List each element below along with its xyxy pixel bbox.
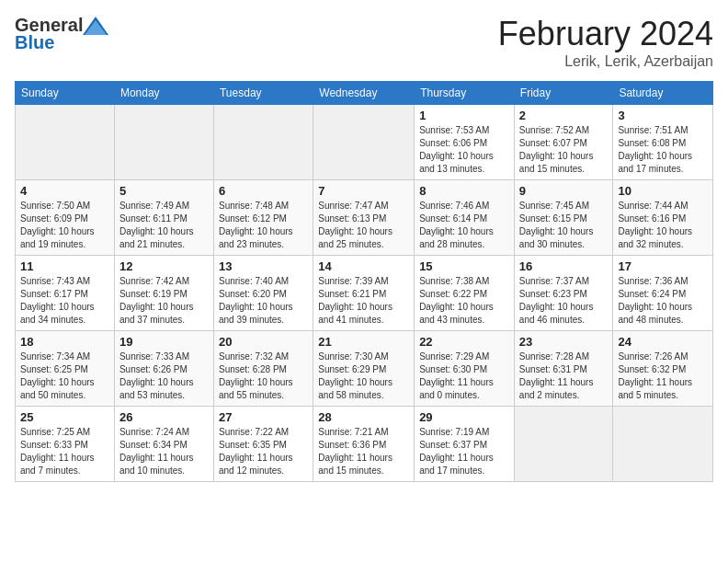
week-row: 11Sunrise: 7:43 AMSunset: 6:17 PMDayligh… [16,256,713,331]
calendar-cell: 17Sunrise: 7:36 AMSunset: 6:24 PMDayligh… [613,256,713,331]
calendar-cell: 4Sunrise: 7:50 AMSunset: 6:09 PMDaylight… [16,180,115,256]
calendar-cell: 12Sunrise: 7:42 AMSunset: 6:19 PMDayligh… [114,256,213,331]
logo: General Blue [15,15,108,53]
calendar-cell: 6Sunrise: 7:48 AMSunset: 6:12 PMDaylight… [213,180,313,256]
day-info: Sunrise: 7:22 AMSunset: 6:35 PMDaylight:… [219,426,308,477]
logo-icon [83,17,108,35]
day-number: 17 [618,259,708,273]
day-info: Sunrise: 7:34 AMSunset: 6:25 PMDaylight:… [20,350,109,402]
weekday-header: Saturday [613,82,713,105]
day-number: 28 [318,410,409,424]
day-info: Sunrise: 7:43 AMSunset: 6:17 PMDaylight:… [20,275,109,327]
day-number: 3 [618,109,708,122]
week-row: 18Sunrise: 7:34 AMSunset: 6:25 PMDayligh… [16,331,713,407]
week-row: 4Sunrise: 7:50 AMSunset: 6:09 PMDaylight… [16,180,713,256]
weekday-header: Monday [114,82,213,105]
day-info: Sunrise: 7:32 AMSunset: 6:28 PMDaylight:… [219,350,308,402]
day-info: Sunrise: 7:38 AMSunset: 6:22 PMDaylight:… [419,275,509,327]
day-info: Sunrise: 7:52 AMSunset: 6:07 PMDaylight:… [519,124,609,176]
day-number: 14 [318,259,409,273]
day-number: 11 [20,259,109,273]
day-number: 12 [119,259,209,273]
weekday-header: Friday [514,82,613,105]
calendar-title: February 2024 [498,15,713,53]
day-number: 8 [419,184,509,198]
title-block: February 2024 Lerik, Lerik, Azerbaijan [498,15,713,70]
day-number: 22 [419,335,509,349]
day-info: Sunrise: 7:46 AMSunset: 6:14 PMDaylight:… [419,200,509,251]
weekday-header: Thursday [415,82,515,105]
day-number: 19 [119,335,209,349]
calendar-cell: 3Sunrise: 7:51 AMSunset: 6:08 PMDaylight… [613,105,713,180]
day-number: 2 [519,109,609,122]
calendar-cell [613,407,713,482]
day-info: Sunrise: 7:19 AMSunset: 6:37 PMDaylight:… [419,426,509,477]
day-info: Sunrise: 7:39 AMSunset: 6:21 PMDaylight:… [318,275,409,327]
calendar-cell: 16Sunrise: 7:37 AMSunset: 6:23 PMDayligh… [514,256,613,331]
day-number: 10 [618,184,708,198]
day-number: 5 [119,184,209,198]
calendar-cell: 14Sunrise: 7:39 AMSunset: 6:21 PMDayligh… [313,256,415,331]
day-number: 13 [219,259,308,273]
day-number: 26 [119,410,209,424]
calendar-cell: 28Sunrise: 7:21 AMSunset: 6:36 PMDayligh… [313,407,415,482]
day-info: Sunrise: 7:28 AMSunset: 6:31 PMDaylight:… [519,350,609,402]
calendar-cell: 1Sunrise: 7:53 AMSunset: 6:06 PMDaylight… [415,105,515,180]
day-info: Sunrise: 7:50 AMSunset: 6:09 PMDaylight:… [20,200,109,251]
day-number: 18 [20,335,109,349]
calendar-cell: 8Sunrise: 7:46 AMSunset: 6:14 PMDaylight… [415,180,515,256]
day-number: 27 [219,410,308,424]
calendar-cell: 23Sunrise: 7:28 AMSunset: 6:31 PMDayligh… [514,331,613,407]
calendar-cell: 7Sunrise: 7:47 AMSunset: 6:13 PMDaylight… [313,180,415,256]
calendar-cell: 20Sunrise: 7:32 AMSunset: 6:28 PMDayligh… [213,331,313,407]
calendar-cell: 25Sunrise: 7:25 AMSunset: 6:33 PMDayligh… [16,407,115,482]
calendar-cell [213,105,313,180]
day-info: Sunrise: 7:44 AMSunset: 6:16 PMDaylight:… [618,200,708,251]
day-info: Sunrise: 7:40 AMSunset: 6:20 PMDaylight:… [219,275,308,327]
calendar-cell [16,105,115,180]
day-info: Sunrise: 7:25 AMSunset: 6:33 PMDaylight:… [20,426,109,477]
day-info: Sunrise: 7:49 AMSunset: 6:11 PMDaylight:… [119,200,209,251]
calendar-cell: 15Sunrise: 7:38 AMSunset: 6:22 PMDayligh… [415,256,515,331]
day-info: Sunrise: 7:36 AMSunset: 6:24 PMDaylight:… [618,275,708,327]
day-info: Sunrise: 7:53 AMSunset: 6:06 PMDaylight:… [419,124,509,176]
day-info: Sunrise: 7:45 AMSunset: 6:15 PMDaylight:… [519,200,609,251]
calendar-table: SundayMondayTuesdayWednesdayThursdayFrid… [15,81,713,482]
week-row: 1Sunrise: 7:53 AMSunset: 6:06 PMDaylight… [16,105,713,180]
day-number: 9 [519,184,609,198]
weekday-header: Wednesday [313,82,415,105]
calendar-cell: 18Sunrise: 7:34 AMSunset: 6:25 PMDayligh… [16,331,115,407]
calendar-cell: 27Sunrise: 7:22 AMSunset: 6:35 PMDayligh… [213,407,313,482]
day-info: Sunrise: 7:48 AMSunset: 6:12 PMDaylight:… [219,200,308,251]
calendar-cell: 26Sunrise: 7:24 AMSunset: 6:34 PMDayligh… [114,407,213,482]
page-header: General Blue February 2024 Lerik, Lerik,… [15,15,713,70]
day-info: Sunrise: 7:30 AMSunset: 6:29 PMDaylight:… [318,350,409,402]
day-number: 21 [318,335,409,349]
week-row: 25Sunrise: 7:25 AMSunset: 6:33 PMDayligh… [16,407,713,482]
calendar-cell: 2Sunrise: 7:52 AMSunset: 6:07 PMDaylight… [514,105,613,180]
calendar-cell [514,407,613,482]
day-info: Sunrise: 7:21 AMSunset: 6:36 PMDaylight:… [318,426,409,477]
calendar-cell: 5Sunrise: 7:49 AMSunset: 6:11 PMDaylight… [114,180,213,256]
calendar-cell: 10Sunrise: 7:44 AMSunset: 6:16 PMDayligh… [613,180,713,256]
day-number: 7 [318,184,409,198]
weekday-header: Tuesday [213,82,313,105]
calendar-cell: 22Sunrise: 7:29 AMSunset: 6:30 PMDayligh… [415,331,515,407]
day-number: 23 [519,335,609,349]
day-info: Sunrise: 7:37 AMSunset: 6:23 PMDaylight:… [519,275,609,327]
day-info: Sunrise: 7:47 AMSunset: 6:13 PMDaylight:… [318,200,409,251]
day-number: 15 [419,259,509,273]
day-number: 20 [219,335,308,349]
day-info: Sunrise: 7:26 AMSunset: 6:32 PMDaylight:… [618,350,708,402]
calendar-cell: 29Sunrise: 7:19 AMSunset: 6:37 PMDayligh… [415,407,515,482]
day-number: 16 [519,259,609,273]
calendar-cell: 24Sunrise: 7:26 AMSunset: 6:32 PMDayligh… [613,331,713,407]
svg-marker-1 [85,20,107,35]
day-info: Sunrise: 7:51 AMSunset: 6:08 PMDaylight:… [618,124,708,176]
day-info: Sunrise: 7:29 AMSunset: 6:30 PMDaylight:… [419,350,509,402]
day-info: Sunrise: 7:33 AMSunset: 6:26 PMDaylight:… [119,350,209,402]
day-number: 4 [20,184,109,198]
day-number: 6 [219,184,308,198]
calendar-cell [114,105,213,180]
calendar-cell: 21Sunrise: 7:30 AMSunset: 6:29 PMDayligh… [313,331,415,407]
